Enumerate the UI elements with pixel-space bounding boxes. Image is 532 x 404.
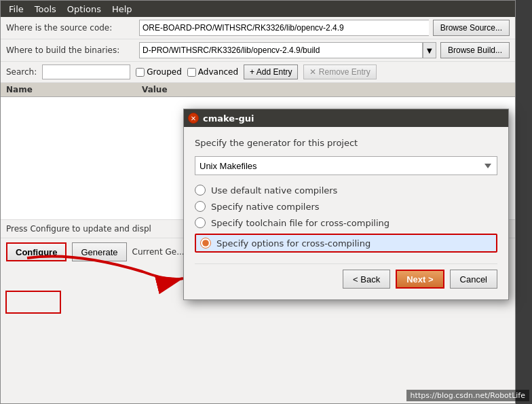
next-button[interactable]: Next > [396, 270, 444, 289]
menubar: File Tools Options Help [1, 1, 515, 17]
build-input-wrapper: ▼ [139, 42, 436, 58]
dialog-titlebar: ✕ cmake-gui [184, 109, 508, 127]
source-input-wrapper [139, 20, 429, 36]
build-row: Where to build the binaries: ▼ Browse Bu… [1, 39, 515, 62]
source-row: Where is the source code: Browse Source.… [1, 17, 515, 39]
radio-label-1: Specify native compilers [211, 202, 320, 212]
radio-option-0[interactable]: Use default native compilers [195, 185, 497, 196]
advanced-label: Advanced [198, 67, 238, 77]
build-input[interactable] [139, 42, 423, 58]
current-gen-label: Current Ge... [132, 247, 185, 257]
add-entry-button[interactable]: + Add Entry [244, 65, 298, 79]
radio-group: Use default native compilers Specify nat… [195, 185, 497, 253]
watermark: https://blog.csdn.net/RobotLife [406, 390, 529, 401]
build-dropdown-btn[interactable]: ▼ [423, 42, 436, 58]
advanced-checkbox[interactable] [187, 68, 196, 77]
dialog-subtitle: Specify the generator for this project [195, 138, 497, 148]
browse-build-button[interactable]: Browse Build... [440, 42, 510, 58]
table-col-name: Name [6, 85, 142, 94]
source-label: Where is the source code: [6, 23, 135, 33]
grouped-checkbox-label[interactable]: Grouped [136, 67, 182, 77]
cmake-dialog: ✕ cmake-gui Specify the generator for th… [183, 109, 509, 300]
radio-option-3[interactable]: Specify options for cross-compiling [195, 234, 497, 253]
advanced-checkbox-label[interactable]: Advanced [187, 67, 238, 77]
status-text: Press Configure to update and displ [6, 224, 151, 234]
generate-button[interactable]: Generate [72, 242, 126, 261]
cancel-button[interactable]: Cancel [450, 270, 497, 289]
radio-label-2: Specify toolchain file for cross-compili… [211, 218, 390, 228]
menu-file[interactable]: File [3, 3, 29, 16]
radio-input-3[interactable] [200, 238, 211, 249]
radio-input-2[interactable] [195, 217, 206, 228]
menu-tools[interactable]: Tools [29, 3, 62, 16]
dialog-buttons: < Back Next > Cancel [195, 263, 497, 289]
dialog-close-button[interactable]: ✕ [188, 113, 199, 124]
search-row: Search: Grouped Advanced + Add Entry ✕ R… [1, 62, 515, 83]
remove-entry-button[interactable]: ✕ Remove Entry [303, 65, 376, 79]
search-label: Search: [6, 67, 37, 77]
back-button[interactable]: < Back [343, 270, 390, 289]
table-header: Name Value [1, 83, 515, 97]
search-input[interactable] [42, 65, 130, 79]
radio-option-1[interactable]: Specify native compilers [195, 201, 497, 212]
browse-source-button[interactable]: Browse Source... [433, 20, 510, 36]
radio-input-0[interactable] [195, 185, 206, 196]
radio-option-2[interactable]: Specify toolchain file for cross-compili… [195, 217, 497, 228]
grouped-label: Grouped [147, 67, 182, 77]
configure-button[interactable]: Configure [6, 242, 66, 261]
dialog-title: cmake-gui [203, 113, 254, 124]
menu-options[interactable]: Options [62, 3, 107, 16]
generator-select[interactable]: Unix Makefiles Ninja Eclipse CDT4 - Unix… [195, 156, 497, 175]
dialog-content: Specify the generator for this project U… [184, 127, 508, 299]
source-input[interactable] [139, 20, 429, 36]
table-col-value: Value [142, 85, 510, 94]
radio-label-0: Use default native compilers [211, 185, 337, 196]
radio-input-1[interactable] [195, 201, 206, 212]
build-label: Where to build the binaries: [6, 45, 135, 55]
grouped-checkbox[interactable] [136, 68, 145, 77]
side-panel [516, 0, 532, 404]
radio-label-3: Specify options for cross-compiling [216, 238, 370, 249]
menu-help[interactable]: Help [107, 3, 138, 16]
